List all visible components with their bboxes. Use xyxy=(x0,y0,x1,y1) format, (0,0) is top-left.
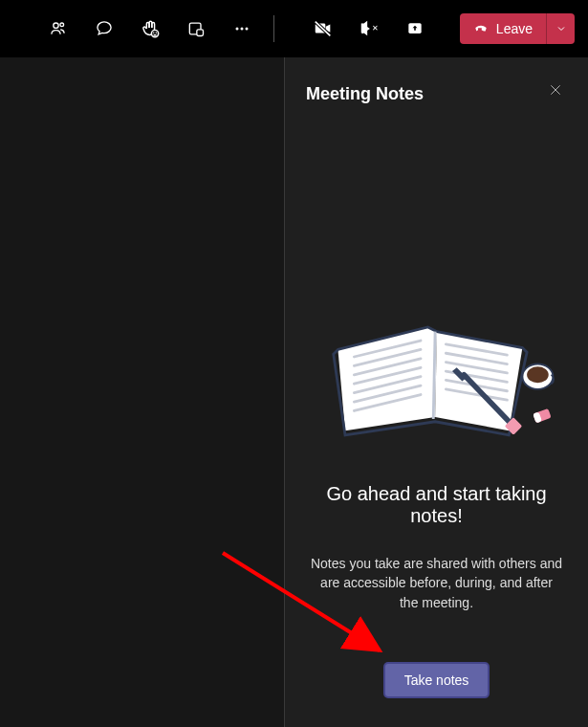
take-notes-button[interactable]: Take notes xyxy=(385,664,489,696)
svg-point-0 xyxy=(54,23,58,28)
svg-point-16 xyxy=(527,366,549,383)
close-icon[interactable] xyxy=(548,82,567,101)
chat-icon[interactable] xyxy=(94,18,115,39)
svg-point-4 xyxy=(156,32,157,33)
reactions-icon[interactable] xyxy=(140,18,161,39)
leave-button[interactable]: Leave xyxy=(460,13,546,44)
meeting-toolbar: ✕ Leave xyxy=(0,0,588,57)
chevron-down-icon xyxy=(555,23,567,34)
panel-title: Meeting Notes xyxy=(306,84,567,104)
participants-icon[interactable] xyxy=(48,18,69,39)
svg-point-7 xyxy=(236,28,239,31)
svg-point-9 xyxy=(246,28,249,31)
toolbar-right-group: ✕ Leave xyxy=(313,13,575,44)
rooms-icon[interactable] xyxy=(185,18,207,39)
meeting-stage xyxy=(0,57,284,727)
main-area: Meeting Notes xyxy=(0,57,588,727)
notes-panel: Meeting Notes xyxy=(284,57,588,727)
share-icon[interactable] xyxy=(404,18,425,39)
svg-point-2 xyxy=(151,30,158,36)
svg-point-8 xyxy=(241,28,244,31)
leave-label: Leave xyxy=(496,21,533,36)
svg-point-3 xyxy=(153,32,154,33)
toolbar-left-group xyxy=(48,18,252,39)
svg-point-1 xyxy=(60,23,64,27)
hangup-icon xyxy=(473,21,489,36)
notes-description: Notes you take are shared with others an… xyxy=(306,554,567,612)
svg-rect-6 xyxy=(197,30,204,36)
leave-button-group: Leave xyxy=(460,13,575,44)
notes-illustration xyxy=(317,296,556,449)
notes-heading: Go ahead and start taking notes! xyxy=(306,483,567,527)
leave-dropdown[interactable] xyxy=(546,13,575,44)
camera-off-icon[interactable] xyxy=(313,18,334,39)
toolbar-divider xyxy=(273,15,274,42)
mic-off-icon[interactable]: ✕ xyxy=(359,18,380,39)
more-icon[interactable] xyxy=(231,18,252,39)
svg-text:✕: ✕ xyxy=(372,24,379,33)
